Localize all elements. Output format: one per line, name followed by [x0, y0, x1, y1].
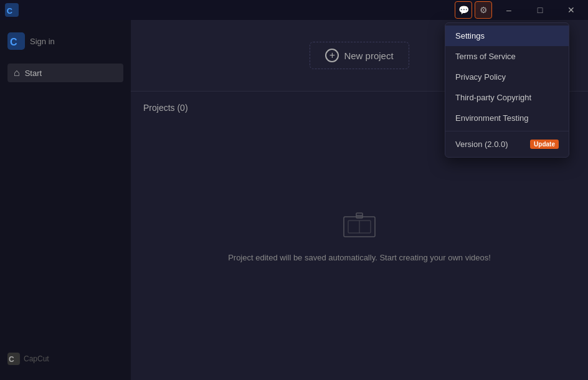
- settings-icon: ⚙: [480, 5, 488, 15]
- dropdown-environment[interactable]: Environment Testing: [445, 108, 569, 128]
- third-party-label: Third-party Copyright: [455, 93, 531, 102]
- sign-in-link[interactable]: Sign in: [30, 37, 55, 46]
- environment-label: Environment Testing: [455, 113, 529, 123]
- new-project-label: New project: [344, 50, 393, 61]
- capcut-icon: C: [7, 353, 20, 365]
- sidebar-start-label: Start: [25, 69, 42, 78]
- terms-label: Terms of Service: [455, 52, 516, 61]
- svg-text:C: C: [9, 355, 14, 364]
- dropdown-settings[interactable]: Settings: [445, 26, 569, 46]
- maximize-button[interactable]: □: [526, 0, 554, 20]
- svg-text:C: C: [7, 6, 12, 16]
- close-button[interactable]: ✕: [557, 0, 586, 20]
- dropdown-terms[interactable]: Terms of Service: [445, 46, 569, 67]
- chat-icon-btn[interactable]: 💬: [455, 1, 472, 19]
- dropdown-third-party[interactable]: Third-party Copyright: [445, 87, 569, 108]
- sidebar: C Sign in ⌂ Start C CapCut: [0, 20, 131, 380]
- app-logo: C: [5, 3, 19, 17]
- projects-empty-state: Project edited will be saved automatical…: [143, 123, 576, 369]
- empty-state-text: Project edited will be saved automatical…: [228, 253, 491, 262]
- privacy-label: Privacy Policy: [455, 72, 506, 82]
- settings-icon-btn[interactable]: ⚙: [475, 1, 492, 19]
- dropdown-menu: Settings Terms of Service Privacy Policy…: [445, 22, 569, 158]
- sidebar-item-start[interactable]: ⌂ Start: [7, 64, 123, 82]
- new-project-button[interactable]: + New project: [310, 42, 409, 69]
- titlebar: C 💬 ⚙ – □ ✕: [0, 0, 588, 20]
- dropdown-privacy[interactable]: Privacy Policy: [445, 67, 569, 87]
- minimize-button[interactable]: –: [495, 0, 523, 20]
- titlebar-left: C: [0, 3, 19, 17]
- svg-text:C: C: [10, 37, 17, 47]
- version-label: Version (2.0.0): [455, 140, 508, 149]
- capcut-label: CapCut: [24, 354, 49, 363]
- dropdown-divider: [445, 131, 569, 131]
- sidebar-nav: ⌂ Start: [0, 60, 131, 86]
- settings-menu-label: Settings: [455, 31, 485, 40]
- update-badge[interactable]: Update: [530, 140, 559, 149]
- sidebar-header: C Sign in: [0, 27, 131, 60]
- home-icon: ⌂: [14, 67, 20, 78]
- dropdown-version: Version (2.0.0) Update: [445, 134, 569, 154]
- empty-state-icon: [334, 204, 384, 242]
- plus-circle-icon: +: [325, 49, 339, 62]
- sidebar-logo: C: [7, 32, 25, 50]
- capcut-logo-footer: C CapCut: [0, 345, 131, 373]
- chat-icon: 💬: [458, 5, 469, 15]
- titlebar-icons: 💬 ⚙ – □ ✕: [455, 0, 588, 20]
